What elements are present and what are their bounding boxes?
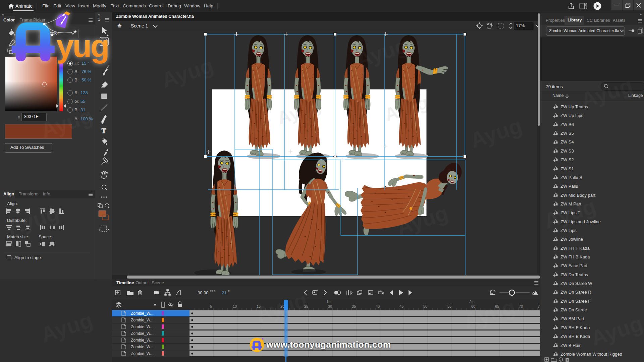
- svg-text:ZW S1: ZW S1: [560, 166, 574, 171]
- svg-text:ZW Up Lips: ZW Up Lips: [560, 113, 583, 118]
- svg-text:15: 15: [257, 304, 261, 308]
- svg-text:65: 65: [495, 304, 499, 308]
- svg-text:ZW S5: ZW S5: [560, 131, 574, 136]
- svg-text:7: 7: [538, 304, 540, 308]
- svg-text:ZW FH F Kada: ZW FH F Kada: [560, 246, 590, 251]
- svg-text:ZW Up Teaths: ZW Up Teaths: [560, 104, 588, 109]
- svg-text:1s: 1s: [326, 300, 330, 304]
- svg-text:FPS: FPS: [210, 290, 216, 293]
- svg-text:35: 35: [352, 304, 356, 308]
- svg-text:ZW Dn Saree F: ZW Dn Saree F: [560, 299, 591, 304]
- svg-text:ZW Dn Saree: ZW Dn Saree: [560, 307, 587, 312]
- svg-text:10: 10: [233, 304, 237, 308]
- svg-text:Zombie_W...: Zombie_W...: [131, 338, 153, 343]
- svg-text:Zombie Woman Without Rigged: Zombie Woman Without Rigged: [560, 352, 622, 357]
- svg-text:ZW S4: ZW S4: [560, 139, 574, 144]
- svg-text:Zombie_W...: Zombie_W...: [131, 318, 153, 322]
- svg-text:25: 25: [304, 304, 308, 308]
- svg-text:70: 70: [519, 304, 523, 308]
- svg-text:55: 55: [447, 304, 451, 308]
- svg-text:ZW BH B Kada: ZW BH B Kada: [560, 334, 590, 339]
- svg-text:30.00: 30.00: [198, 290, 209, 295]
- svg-text:21: 21: [222, 290, 226, 295]
- svg-text:Zombie_W...: Zombie_W...: [131, 331, 153, 336]
- svg-text:ZW Dn Teaths: ZW Dn Teaths: [560, 272, 588, 277]
- svg-text:ZW Pallu: ZW Pallu: [560, 184, 578, 189]
- svg-text:F: F: [228, 290, 230, 293]
- svg-text:40: 40: [376, 304, 380, 308]
- svg-text:Zombie_W...: Zombie_W...: [131, 351, 153, 356]
- svg-text:ZW Jowline: ZW Jowline: [560, 237, 583, 242]
- svg-text:ZW BH F Kada: ZW BH F Kada: [560, 325, 590, 330]
- svg-text:30: 30: [328, 304, 332, 308]
- svg-text:Zombie_W...: Zombie_W...: [131, 345, 153, 349]
- svg-text:50: 50: [423, 304, 427, 308]
- svg-text:ZW S3: ZW S3: [560, 148, 574, 154]
- svg-text:ZW Lips: ZW Lips: [560, 228, 577, 233]
- svg-text:2s: 2s: [469, 300, 473, 304]
- svg-text:T: T: [102, 127, 106, 134]
- svg-text:ZW Pallu S: ZW Pallu S: [560, 175, 582, 180]
- svg-text:ZW B Hair: ZW B Hair: [560, 343, 581, 348]
- svg-text:ZW Lips and Jowline: ZW Lips and Jowline: [560, 219, 601, 224]
- svg-text:Zombie_W...: Zombie_W...: [131, 324, 153, 329]
- svg-text:60: 60: [471, 304, 475, 308]
- svg-text:45: 45: [399, 304, 404, 308]
- svg-text:ZW Mid Body part: ZW Mid Body part: [560, 193, 595, 198]
- svg-text:ZW Face Part: ZW Face Part: [560, 263, 588, 268]
- svg-text:ZW S6: ZW S6: [560, 122, 574, 127]
- svg-text:5: 5: [210, 304, 212, 308]
- svg-text:ZW FH B Kada: ZW FH B Kada: [560, 254, 590, 259]
- svg-text:ZW S2: ZW S2: [560, 157, 574, 162]
- svg-text:ZW Lips T: ZW Lips T: [560, 210, 580, 215]
- svg-text:A: A: [316, 289, 318, 292]
- svg-text:ZW BM Part: ZW BM Part: [560, 316, 584, 321]
- svg-text:ZW Dn Saree W: ZW Dn Saree W: [560, 281, 592, 286]
- svg-text:ZW Dn Saree R: ZW Dn Saree R: [560, 290, 591, 295]
- svg-text:Zombie_W...: Zombie_W...: [131, 311, 153, 316]
- svg-text:ZW M Part: ZW M Part: [560, 201, 581, 206]
